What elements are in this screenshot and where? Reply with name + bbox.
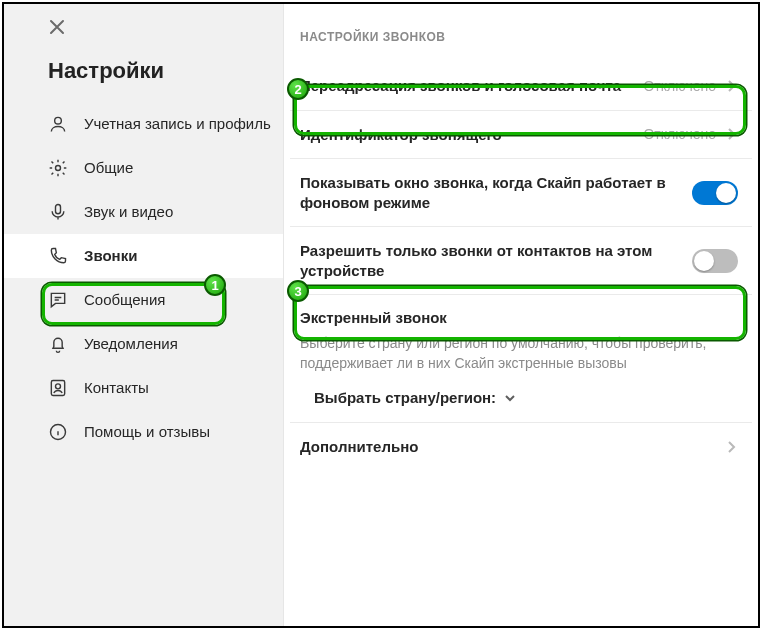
svg-rect-2	[56, 205, 61, 214]
bell-icon	[48, 334, 68, 354]
sidebar-item-label: Сообщения	[84, 291, 273, 310]
sidebar-item-messages[interactable]: Сообщения	[4, 278, 283, 322]
settings-sidebar: Настройки Учетная запись и профиль Общие…	[4, 4, 284, 626]
sidebar-item-label: Уведомления	[84, 335, 273, 354]
call-settings-panel: НАСТРОЙКИ ЗВОНКОВ Переадресация звонков …	[284, 4, 758, 626]
row-advanced[interactable]: Дополнительно	[290, 423, 752, 471]
sidebar-item-general[interactable]: Общие	[4, 146, 283, 190]
emergency-title: Экстренный звонок	[300, 309, 738, 326]
status-label: Отключено	[643, 78, 716, 94]
gear-icon	[48, 158, 68, 178]
user-icon	[48, 114, 68, 134]
row-label: Переадресация звонков и голосовая почта	[300, 76, 643, 96]
chevron-right-icon	[726, 440, 738, 454]
row-label: Показывать окно звонка, когда Скайп рабо…	[300, 173, 692, 212]
emergency-description: Выберите страну или регион по умолчанию,…	[300, 334, 738, 373]
sidebar-item-label: Общие	[84, 159, 273, 178]
sidebar-item-contacts[interactable]: Контакты	[4, 366, 283, 410]
sidebar-item-account[interactable]: Учетная запись и профиль	[4, 102, 283, 146]
sidebar-item-label: Помощь и отзывы	[84, 423, 273, 442]
svg-point-0	[55, 117, 62, 124]
row-caller-id[interactable]: Идентификатор звонящего Отключено	[290, 111, 752, 160]
row-show-call-window: Показывать окно звонка, когда Скайп рабо…	[290, 159, 752, 227]
sidebar-item-label: Звонки	[84, 247, 273, 266]
emergency-call-block: Экстренный звонок Выберите страну или ре…	[290, 295, 752, 423]
select-label: Выбрать страну/регион:	[314, 389, 496, 406]
select-country-region[interactable]: Выбрать страну/регион:	[300, 383, 738, 418]
svg-point-1	[56, 166, 61, 171]
sidebar-item-calls[interactable]: Звонки	[4, 234, 283, 278]
sidebar-item-label: Контакты	[84, 379, 273, 398]
toggle-contacts-only[interactable]	[692, 249, 738, 273]
mic-icon	[48, 202, 68, 222]
toggle-show-call-window[interactable]	[692, 181, 738, 205]
sidebar-item-label: Учетная запись и профиль	[84, 115, 273, 134]
chevron-right-icon	[726, 127, 738, 141]
row-label: Идентификатор звонящего	[300, 125, 643, 145]
row-contacts-only: Разрешить только звонки от контактов на …	[290, 227, 752, 295]
contacts-icon	[48, 378, 68, 398]
sidebar-item-notifications[interactable]: Уведомления	[4, 322, 283, 366]
row-label: Разрешить только звонки от контактов на …	[300, 241, 692, 280]
sidebar-item-label: Звук и видео	[84, 203, 273, 222]
phone-icon	[48, 246, 68, 266]
sidebar-item-audio-video[interactable]: Звук и видео	[4, 190, 283, 234]
svg-point-4	[56, 384, 61, 389]
svg-rect-3	[51, 381, 64, 396]
status-label: Отключено	[643, 126, 716, 142]
row-label: Дополнительно	[300, 437, 726, 457]
sidebar-item-help[interactable]: Помощь и отзывы	[4, 410, 283, 454]
settings-title: Настройки	[48, 58, 283, 84]
section-title: НАСТРОЙКИ ЗВОНКОВ	[300, 30, 752, 44]
chat-icon	[48, 290, 68, 310]
info-icon	[48, 422, 68, 442]
close-icon[interactable]	[48, 18, 66, 36]
chevron-right-icon	[726, 79, 738, 93]
row-call-forwarding[interactable]: Переадресация звонков и голосовая почта …	[290, 62, 752, 111]
settings-window: Настройки Учетная запись и профиль Общие…	[2, 2, 760, 628]
